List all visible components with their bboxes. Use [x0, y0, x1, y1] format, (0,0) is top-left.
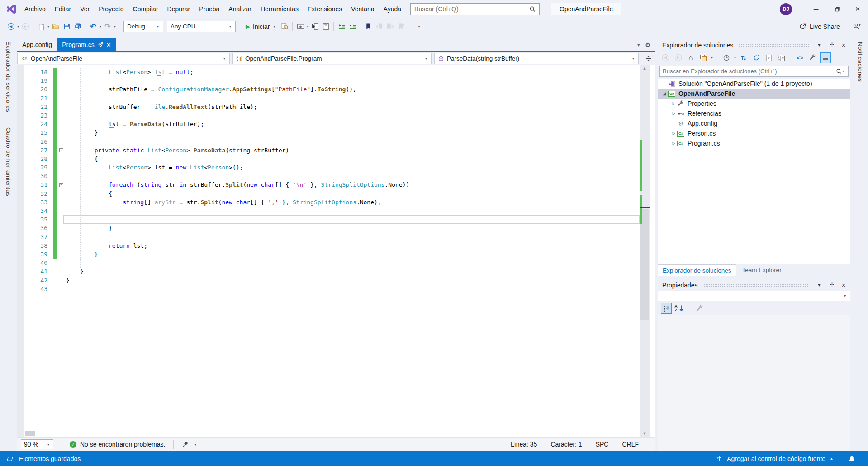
- doc-tab-program.cs[interactable]: Program.cs✕: [57, 38, 116, 51]
- user-avatar[interactable]: DJ: [780, 3, 792, 15]
- tab-well-options-icon[interactable]: ⚙: [645, 42, 650, 48]
- se-back-button[interactable]: ◀: [660, 52, 671, 63]
- toggle-bookmark-button[interactable]: [363, 21, 373, 32]
- search-options-dropdown[interactable]: ▾: [843, 69, 844, 73]
- fold-margin[interactable]: [57, 155, 66, 163]
- notifications-bell-icon[interactable]: [848, 455, 855, 462]
- fold-margin[interactable]: [57, 128, 66, 137]
- se-show-all-files-button[interactable]: [776, 52, 787, 63]
- code-line-23[interactable]: 23: [17, 111, 655, 120]
- new-project-button[interactable]: [36, 21, 46, 32]
- space-indicator[interactable]: SPC: [596, 441, 609, 448]
- line-number[interactable]: 34: [24, 207, 53, 215]
- fold-margin[interactable]: −: [57, 146, 66, 155]
- menu-ver[interactable]: Ver: [76, 0, 94, 18]
- document-outline-button[interactable]: [321, 21, 331, 32]
- pin-icon[interactable]: [828, 42, 836, 49]
- clear-bookmarks-button[interactable]: [396, 21, 406, 32]
- window-position-dropdown[interactable]: ▾: [815, 42, 823, 47]
- save-button[interactable]: [62, 21, 71, 32]
- code-line-38[interactable]: 38 return lst;: [17, 241, 655, 250]
- tree-expander[interactable]: ◢: [661, 91, 668, 96]
- line-number[interactable]: 31: [24, 180, 53, 189]
- next-bookmark-button[interactable]: [385, 21, 395, 32]
- menu-compilar[interactable]: Compilar: [128, 0, 163, 18]
- fold-margin[interactable]: [57, 233, 66, 241]
- code-line-18[interactable]: 18 List<Person> lst = null;: [17, 68, 655, 76]
- code-line-19[interactable]: 19: [17, 76, 655, 85]
- code-line-29[interactable]: 29 List<Person> lst = new List<Person>()…: [17, 163, 655, 172]
- code-line-40[interactable]: 40: [17, 259, 655, 267]
- se-refresh-button[interactable]: [751, 52, 762, 63]
- solution-search[interactable]: ▾: [659, 66, 849, 77]
- tree-item-soluci-n-openandparsefile-1-de-1-proyecto-[interactable]: Solución "OpenAndParseFile" (1 de 1 proy…: [658, 79, 850, 89]
- tree-expander[interactable]: ▷: [670, 111, 677, 116]
- fold-margin[interactable]: −: [57, 180, 66, 189]
- start-button[interactable]: ▶Iniciar▾: [242, 21, 279, 33]
- line-number[interactable]: 43: [24, 285, 53, 293]
- se-properties-window-button[interactable]: [807, 52, 818, 63]
- scroll-down-icon[interactable]: ▼: [640, 430, 650, 437]
- debug-configuration-select[interactable]: Debug▾: [123, 21, 163, 32]
- undo-button[interactable]: ↶: [88, 21, 98, 32]
- menu-herramientas[interactable]: Herramientas: [256, 0, 303, 18]
- line-number[interactable]: 19: [24, 76, 53, 85]
- save-all-button[interactable]: [72, 21, 82, 32]
- menu-editar[interactable]: Editar: [50, 0, 76, 18]
- add-to-source-control-button[interactable]: Agregar al control de código fuente ▲: [716, 455, 835, 462]
- code-cleanup-dropdown[interactable]: ▾: [194, 442, 196, 447]
- code-line-21[interactable]: 21: [17, 94, 655, 103]
- se-pending-changes-filter-button[interactable]: [721, 52, 732, 63]
- se-view-code-button[interactable]: <>: [795, 52, 806, 63]
- forward-button[interactable]: ▶: [20, 21, 30, 32]
- menu-ayuda[interactable]: Ayuda: [379, 0, 406, 18]
- property-pages-button[interactable]: [695, 303, 705, 314]
- properties-grid[interactable]: [658, 315, 850, 451]
- split-editor-handle[interactable]: [641, 53, 655, 64]
- horizontal-scroll-thumb[interactable]: [25, 431, 35, 436]
- line-number[interactable]: 24: [24, 120, 53, 128]
- pin-icon[interactable]: [828, 282, 836, 289]
- fold-margin[interactable]: [57, 120, 66, 128]
- scroll-up-icon[interactable]: ▲: [640, 65, 650, 72]
- menu-depurar[interactable]: Depurar: [163, 0, 195, 18]
- pin-icon[interactable]: [98, 42, 103, 47]
- code-line-26[interactable]: 26: [17, 137, 655, 146]
- line-number[interactable]: 37: [24, 233, 53, 241]
- zoom-select[interactable]: 90 %▾: [21, 439, 53, 449]
- project-dropdown[interactable]: C# OpenAndParseFile▾: [17, 53, 230, 64]
- fold-margin[interactable]: [57, 68, 66, 76]
- code-line-35[interactable]: 35: [17, 215, 655, 224]
- doc-tab-app.config[interactable]: App.config: [17, 38, 57, 51]
- code-line-33[interactable]: 33 string[] aryStr = str.Split(new char[…: [17, 198, 655, 207]
- tree-item-openandparsefile[interactable]: ◢C#OpenAndParseFile: [658, 89, 850, 99]
- tree-expander[interactable]: ▷: [670, 101, 677, 106]
- undo-button-dropdown[interactable]: ▾: [100, 24, 101, 28]
- side-tab-cuadro[interactable]: Cuadro de herramientas: [5, 126, 12, 198]
- live-share-button[interactable]: Live Share: [799, 23, 868, 30]
- type-dropdown[interactable]: OpenAndParseFile.Program▾: [232, 53, 432, 64]
- line-number[interactable]: 30: [24, 172, 53, 180]
- fold-margin[interactable]: [57, 198, 66, 207]
- fold-margin[interactable]: [57, 85, 66, 94]
- scrollbar-thumb[interactable]: [640, 209, 649, 320]
- fold-margin[interactable]: [57, 224, 66, 232]
- code-line-20[interactable]: 20 strPathFile = ConfigurationManager.Ap…: [17, 85, 655, 94]
- vertical-scrollbar[interactable]: ▲ ▼: [640, 65, 650, 437]
- tree-expander[interactable]: ▷: [670, 141, 677, 146]
- search-input[interactable]: [414, 5, 529, 13]
- back-button-dropdown[interactable]: ▾: [17, 24, 19, 28]
- line-number[interactable]: 21: [24, 94, 53, 103]
- tree-item-referencias[interactable]: ▷Referencias: [658, 108, 850, 118]
- fold-margin[interactable]: [57, 276, 66, 285]
- line-number[interactable]: 38: [24, 241, 53, 250]
- tree-item-properties[interactable]: ▷Properties: [658, 99, 850, 108]
- previous-bookmark-button[interactable]: [374, 21, 384, 32]
- code-line-36[interactable]: 36 }: [17, 224, 655, 232]
- menu-prueba[interactable]: Prueba: [194, 0, 224, 18]
- collapse-icon[interactable]: −: [59, 183, 63, 187]
- line-number[interactable]: 28: [24, 155, 53, 163]
- tab-list-dropdown[interactable]: ▾: [637, 42, 640, 47]
- quick-search[interactable]: [410, 3, 540, 15]
- code-line-30[interactable]: 30: [17, 172, 655, 180]
